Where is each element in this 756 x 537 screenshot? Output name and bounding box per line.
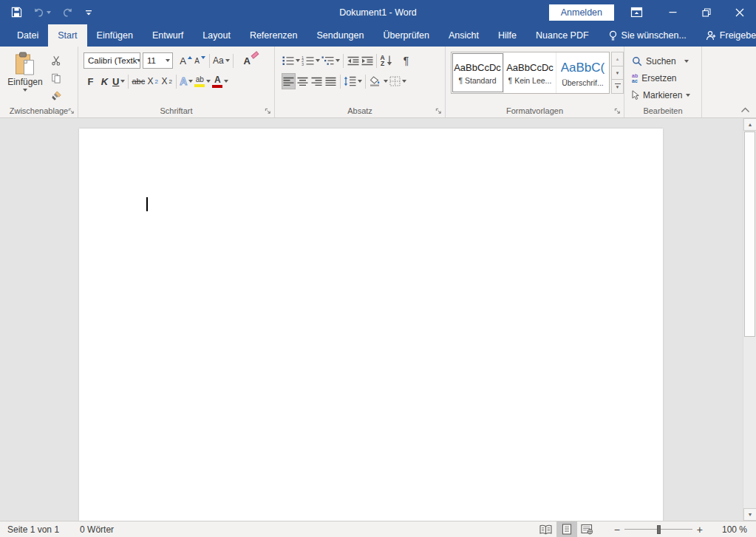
word-count[interactable]: 0 Wörter xyxy=(80,524,114,535)
share-button[interactable]: Freigeben xyxy=(696,24,756,47)
styles-dialog-launcher[interactable] xyxy=(614,108,621,114)
align-right-button[interactable] xyxy=(310,73,324,89)
show-paragraph-marks-button[interactable]: ¶ xyxy=(399,52,413,69)
style-kein-leerraum[interactable]: AaBbCcDc ¶ Kein Lee... xyxy=(504,52,556,93)
group-clipboard: Einfügen Zwischenablage xyxy=(0,47,78,117)
close-button[interactable] xyxy=(723,0,756,24)
superscript-button[interactable]: X2 xyxy=(160,73,174,89)
format-painter-icon xyxy=(51,91,61,101)
shrink-font-button[interactable]: A xyxy=(193,52,207,69)
grow-font-button[interactable]: A xyxy=(179,52,193,69)
cut-button[interactable] xyxy=(49,53,63,67)
font-color-caret-icon xyxy=(224,80,228,83)
text-effects-button[interactable]: A xyxy=(179,73,194,89)
ribbon-display-options-button[interactable] xyxy=(630,7,643,18)
style-standard[interactable]: AaBbCcDc ¶ Standard xyxy=(452,52,504,93)
zoom-level[interactable]: 100 % xyxy=(718,524,747,535)
increase-indent-button[interactable] xyxy=(360,52,374,69)
bullet-list-icon xyxy=(282,55,294,66)
font-dialog-launcher[interactable] xyxy=(265,108,271,114)
tab-layout[interactable]: Layout xyxy=(193,24,240,47)
copy-icon xyxy=(51,73,61,83)
bold-button[interactable]: F xyxy=(84,73,98,89)
tab-start[interactable]: Start xyxy=(48,24,86,47)
decrease-indent-button[interactable] xyxy=(346,52,360,69)
search-icon xyxy=(632,56,642,66)
multilevel-list-button[interactable] xyxy=(321,52,341,69)
style-ueberschrift[interactable]: AaBbC( Überschrif... xyxy=(556,52,609,93)
copy-button[interactable] xyxy=(49,71,63,85)
zoom-out-button[interactable]: − xyxy=(610,524,624,536)
font-name-combo[interactable]: Calibri (Textk xyxy=(84,52,140,69)
strikethrough-button[interactable]: abc xyxy=(131,73,146,89)
page-indicator[interactable]: Seite 1 von 1 xyxy=(7,524,59,535)
tell-me-box[interactable]: Sie wünschen... xyxy=(599,24,696,47)
subscript-button[interactable]: X2 xyxy=(146,73,160,89)
minimize-button[interactable] xyxy=(656,0,689,24)
collapse-ribbon-button[interactable] xyxy=(740,107,750,113)
scroll-up-button[interactable]: ▲ xyxy=(743,118,756,131)
read-mode-button[interactable] xyxy=(536,521,556,537)
bullet-list-button[interactable] xyxy=(282,52,301,69)
styles-gallery-scroll: ▲ ▼ ▼ xyxy=(611,52,624,94)
paste-button[interactable]: Einfügen xyxy=(7,52,44,105)
styles-scroll-down-button[interactable]: ▼ xyxy=(612,66,623,81)
styles-scroll-up-button[interactable]: ▲ xyxy=(612,52,623,66)
change-case-button[interactable]: Aa xyxy=(212,52,231,69)
replace-button[interactable]: ab ac Ersetzen xyxy=(632,69,701,86)
shading-button[interactable] xyxy=(368,73,389,89)
zoom-in-button[interactable]: + xyxy=(692,524,707,536)
tab-datei[interactable]: Datei xyxy=(7,24,48,47)
tab-nuance-pdf[interactable]: Nuance PDF xyxy=(526,24,599,47)
scroll-down-button[interactable]: ▼ xyxy=(743,508,756,521)
sign-in-button[interactable]: Anmelden xyxy=(549,4,614,21)
sort-button[interactable]: AZ xyxy=(379,52,393,69)
tab-referenzen[interactable]: Referenzen xyxy=(240,24,307,47)
tab-ueberpruefen[interactable]: Überprüfen xyxy=(373,24,439,47)
tab-entwurf[interactable]: Entwurf xyxy=(143,24,193,47)
find-button[interactable]: Suchen xyxy=(632,52,701,69)
style-preview: AaBbCcDc xyxy=(454,62,501,73)
customize-quick-access-toolbar-button[interactable] xyxy=(84,8,93,17)
web-layout-button[interactable] xyxy=(577,521,598,537)
borders-button[interactable] xyxy=(389,73,407,89)
increase-indent-icon xyxy=(361,56,373,66)
group-styles: AaBbCcDc ¶ Standard AaBbCcDc ¶ Kein Lee.… xyxy=(446,47,624,117)
font-name-caret-icon xyxy=(137,59,140,62)
zoom-slider-thumb[interactable] xyxy=(657,525,661,534)
select-button[interactable]: Markieren xyxy=(632,86,701,103)
zoom-slider[interactable] xyxy=(624,529,692,530)
clipboard-dialog-launcher[interactable] xyxy=(68,108,75,114)
tab-einfuegen[interactable]: Einfügen xyxy=(87,24,143,47)
font-color-button[interactable]: A xyxy=(211,73,229,89)
style-preview: AaBbCcDc xyxy=(506,62,554,73)
tab-ansicht[interactable]: Ansicht xyxy=(439,24,488,47)
save-button[interactable] xyxy=(11,7,22,18)
read-mode-icon xyxy=(539,524,552,535)
text-highlight-button[interactable]: ab xyxy=(194,73,211,89)
group-label-editing: Bearbeiten xyxy=(624,106,701,115)
format-painter-button[interactable] xyxy=(49,89,63,103)
align-left-button[interactable] xyxy=(282,73,296,89)
align-center-button[interactable] xyxy=(296,73,310,89)
paragraph-dialog-launcher[interactable] xyxy=(435,108,442,114)
vertical-scrollbar[interactable]: ▲ ▼ xyxy=(743,118,756,521)
italic-button[interactable]: K xyxy=(98,73,112,89)
underline-button[interactable]: U xyxy=(112,73,126,89)
styles-more-button[interactable]: ▼ xyxy=(612,80,623,93)
tab-hilfe[interactable]: Hilfe xyxy=(488,24,526,47)
font-size-combo[interactable]: 11 xyxy=(143,52,173,69)
bullet-list-caret-icon xyxy=(296,59,300,62)
restore-button[interactable] xyxy=(689,0,723,24)
undo-button[interactable] xyxy=(33,7,51,18)
document-page[interactable] xyxy=(79,129,663,521)
clear-formatting-button[interactable]: A xyxy=(240,52,254,69)
redo-button[interactable] xyxy=(62,7,73,18)
numbered-list-button[interactable]: 123 xyxy=(301,52,321,69)
print-layout-button[interactable] xyxy=(556,521,577,537)
scrollbar-thumb[interactable] xyxy=(744,131,755,337)
tab-sendungen[interactable]: Sendungen xyxy=(307,24,374,47)
line-spacing-button[interactable] xyxy=(343,73,363,89)
justify-icon xyxy=(325,77,336,86)
justify-button[interactable] xyxy=(324,73,338,89)
